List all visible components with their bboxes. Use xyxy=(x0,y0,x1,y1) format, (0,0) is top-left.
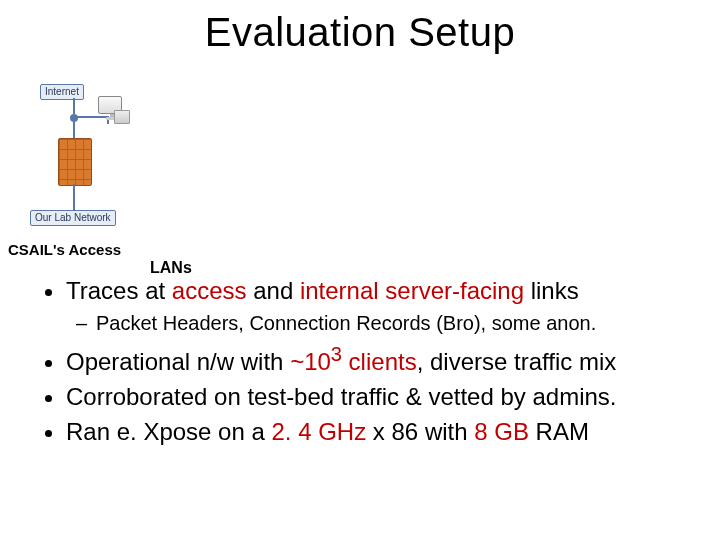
bullet-4: Ran e. Xpose on a 2. 4 GHz x 86 with 8 G… xyxy=(66,417,680,448)
network-diagram: Internet Our Lab Network xyxy=(30,78,160,238)
link-line xyxy=(73,122,75,138)
bullet-2: Operational n/w with ~103 clients, diver… xyxy=(66,342,680,378)
firewall-icon xyxy=(58,138,92,186)
slide-title: Evaluation Setup xyxy=(0,10,720,55)
text: RAM xyxy=(529,418,589,445)
highlight-cpu: 2. 4 GHz xyxy=(271,418,366,445)
sub-bullet-1: Packet Headers, Connection Records (Bro)… xyxy=(96,311,680,337)
caption-lans: LANs xyxy=(150,259,192,277)
slide: Evaluation Setup Internet Our Lab Networ… xyxy=(0,0,720,540)
highlight-clients: ~103 clients xyxy=(290,348,417,375)
link-line xyxy=(73,184,75,210)
highlight-access: access xyxy=(172,277,247,304)
computer-icon xyxy=(98,96,130,124)
tilde: ~ xyxy=(290,348,304,375)
link-line xyxy=(73,98,75,114)
text: , diverse traffic mix xyxy=(417,348,617,375)
bullet-3: Corroborated on test-bed traffic & vette… xyxy=(66,382,680,413)
text: Traces at xyxy=(66,277,172,304)
text: x 86 with xyxy=(366,418,474,445)
highlight-ram: 8 GB xyxy=(474,418,529,445)
text: Operational n/w with xyxy=(66,348,290,375)
text: links xyxy=(524,277,579,304)
text: and xyxy=(247,277,300,304)
bullet-content: Traces at access and internal server-fac… xyxy=(40,276,680,451)
num: 10 xyxy=(304,348,331,375)
lab-network-tag: Our Lab Network xyxy=(30,210,116,226)
sup: 3 xyxy=(331,343,342,365)
caption-access: CSAIL's Access xyxy=(8,241,121,258)
text: clients xyxy=(342,348,417,375)
internet-tag: Internet xyxy=(40,84,84,100)
highlight-internal: internal server-facing xyxy=(300,277,524,304)
bullet-1: Traces at access and internal server-fac… xyxy=(66,276,680,336)
text: Ran e. Xpose on a xyxy=(66,418,271,445)
